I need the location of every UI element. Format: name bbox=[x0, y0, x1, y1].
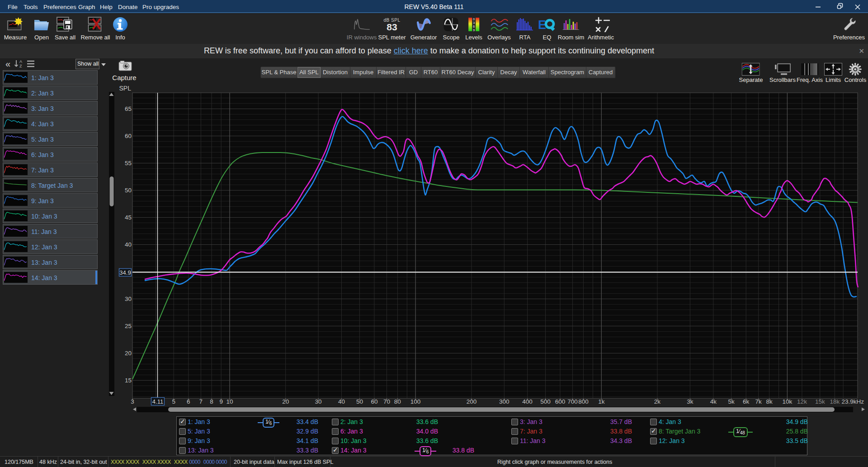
svg-text:9: 9 bbox=[219, 398, 223, 405]
svg-text:400: 400 bbox=[522, 398, 533, 405]
svg-text:6: 6 bbox=[187, 398, 190, 405]
svg-text:20: 20 bbox=[282, 398, 289, 405]
svg-text:2k: 2k bbox=[654, 398, 661, 405]
svg-text:65: 65 bbox=[125, 105, 132, 112]
svg-text:34.9: 34.9 bbox=[119, 269, 131, 276]
svg-text:80: 80 bbox=[394, 398, 401, 405]
svg-text:600: 600 bbox=[555, 398, 566, 405]
svg-text:70: 70 bbox=[383, 398, 390, 405]
svg-text:10k: 10k bbox=[783, 398, 793, 405]
svg-text:7k: 7k bbox=[755, 398, 762, 405]
svg-text:55: 55 bbox=[125, 160, 132, 167]
svg-text:45: 45 bbox=[125, 214, 132, 221]
svg-text:10: 10 bbox=[226, 398, 233, 405]
svg-text:50: 50 bbox=[125, 187, 132, 194]
svg-text:1k: 1k bbox=[598, 398, 605, 405]
svg-text:100: 100 bbox=[410, 398, 421, 405]
svg-text:300: 300 bbox=[499, 398, 509, 405]
svg-text:25: 25 bbox=[125, 323, 132, 329]
svg-text:800: 800 bbox=[578, 398, 589, 405]
svg-text:700: 700 bbox=[567, 398, 578, 405]
svg-text:60: 60 bbox=[371, 398, 377, 405]
svg-text:20: 20 bbox=[125, 350, 132, 357]
svg-text:500: 500 bbox=[540, 398, 551, 405]
svg-text:40: 40 bbox=[338, 398, 345, 405]
svg-text:4k: 4k bbox=[710, 398, 717, 405]
svg-text:200: 200 bbox=[467, 398, 477, 405]
svg-text:30: 30 bbox=[125, 295, 132, 302]
svg-text:23.9kHz: 23.9kHz bbox=[841, 398, 864, 405]
svg-text:4.11: 4.11 bbox=[152, 398, 163, 405]
svg-text:8k: 8k bbox=[766, 398, 773, 405]
svg-text:50: 50 bbox=[356, 398, 363, 405]
svg-text:40: 40 bbox=[125, 241, 132, 248]
svg-text:30: 30 bbox=[315, 398, 322, 405]
svg-text:15: 15 bbox=[125, 377, 132, 384]
svg-text:18k: 18k bbox=[830, 398, 840, 405]
svg-text:6k: 6k bbox=[743, 398, 750, 405]
svg-text:SPL: SPL bbox=[119, 85, 132, 92]
svg-text:3: 3 bbox=[131, 398, 134, 405]
svg-text:5k: 5k bbox=[728, 398, 735, 405]
svg-text:5: 5 bbox=[172, 398, 175, 405]
svg-text:12k: 12k bbox=[797, 398, 807, 405]
svg-text:15k: 15k bbox=[815, 398, 825, 405]
svg-text:8: 8 bbox=[210, 398, 213, 405]
svg-text:60: 60 bbox=[125, 133, 132, 139]
svg-text:7: 7 bbox=[199, 398, 203, 405]
svg-text:3k: 3k bbox=[687, 398, 693, 405]
